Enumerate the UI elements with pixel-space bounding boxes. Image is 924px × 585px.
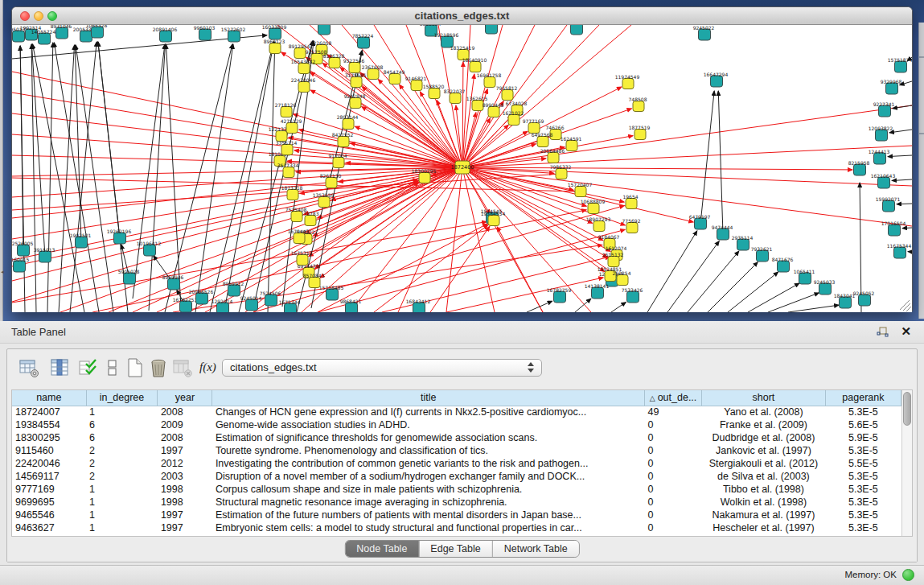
graph-node[interactable]: 1877519 — [629, 125, 651, 140]
column-header-short[interactable]: short — [702, 390, 826, 406]
graph-node[interactable]: 15992071 — [876, 196, 901, 212]
svg-text:1612074: 1612074 — [606, 245, 627, 251]
new-file-icon[interactable] — [125, 357, 146, 378]
graph-node[interactable]: 11675344 — [887, 243, 912, 258]
network-window-titlebar[interactable]: citations_edges.txt — [12, 7, 912, 25]
table-row[interactable]: 946554611997Estimation of the future num… — [12, 509, 901, 521]
graph-node[interactable]: 11974549 — [615, 74, 640, 89]
rows-icon[interactable] — [102, 357, 123, 378]
graph-node[interactable]: 10688809 — [581, 199, 606, 214]
column-header-title[interactable]: title — [212, 390, 645, 406]
graph-node[interactable]: 8427552 — [332, 132, 354, 147]
table-scrollbar[interactable] — [901, 390, 912, 536]
network-canvas[interactable]: 3950132190251414055724893104620053346106… — [12, 25, 912, 312]
graph-node[interactable]: 7932621 — [751, 246, 773, 262]
function-builder-icon[interactable]: f(x) — [199, 360, 220, 381]
table-row[interactable]: 977716911998Corpus callosum shape and si… — [12, 483, 901, 496]
graph-node[interactable]: 8454749 — [384, 69, 405, 84]
column-header-name[interactable]: name — [12, 390, 86, 406]
graph-node[interactable]: 22420046 — [291, 77, 316, 93]
graph-node[interactable]: 16210643 — [871, 173, 896, 188]
tab-node-table[interactable]: Node Table — [345, 541, 418, 557]
svg-text:9160015: 9160015 — [12, 257, 30, 262]
graph-node[interactable]: 20564486 — [540, 148, 565, 163]
graph-node[interactable]: 9474444 — [712, 225, 733, 240]
graph-node[interactable]: 7955812 — [496, 85, 518, 101]
graph-node[interactable]: 15272602 — [221, 27, 246, 42]
graph-node[interactable]: 16782759 — [547, 287, 572, 303]
tab-edge-table[interactable]: Edge Table — [418, 541, 491, 557]
graph-node[interactable]: 8959946 — [162, 274, 184, 290]
table-row[interactable]: 1938455462009Genome-wide association stu… — [12, 418, 901, 431]
graph-node[interactable]: 8322037 — [444, 89, 466, 104]
table-row[interactable]: 911546021997Tourette syndrome. Phenomeno… — [12, 444, 901, 457]
table-settings-icon[interactable] — [18, 357, 39, 378]
graph-node[interactable]: 26874278 — [564, 25, 589, 35]
graph-node[interactable]: 9960103 — [194, 25, 216, 40]
cell-year: 2012 — [158, 457, 212, 470]
graph-node[interactable]: 578783 — [301, 211, 319, 226]
graph-node[interactable]: 2718126 — [275, 102, 297, 117]
select-rows-check-icon[interactable] — [78, 357, 99, 378]
graph-node[interactable]: 9242848 — [344, 93, 366, 109]
column-header-pagerank[interactable]: pagerank — [825, 390, 901, 406]
graph-node[interactable]: 9329968 — [881, 79, 902, 94]
graph-node[interactable]: 19384554 — [481, 211, 506, 226]
citation-graph[interactable]: 3950132190251414055724893104620053346106… — [12, 25, 912, 312]
table-row[interactable]: 1830029562008Estimation of significance … — [12, 431, 901, 444]
graph-node[interactable]: 3175685 — [345, 72, 367, 88]
table-column-icon[interactable] — [49, 357, 70, 378]
table-select-dropdown[interactable]: citations_edges.txt — [222, 359, 542, 377]
graph-node[interactable]: 16033809 — [262, 25, 287, 39]
graph-node[interactable]: 1244413 — [869, 149, 890, 164]
graph-node[interactable]: 748508 — [629, 97, 647, 112]
graph-node[interactable]: 9245022 — [693, 25, 715, 40]
float-panel-icon[interactable] — [877, 327, 889, 338]
graph-node[interactable]: 8960123 — [264, 39, 285, 54]
table-row[interactable]: 2242004622012Investigating the contribut… — [12, 457, 901, 470]
graph-node[interactable]: 917004 — [329, 153, 347, 168]
graph-node[interactable]: 9777169 — [523, 118, 544, 134]
trash-icon[interactable] — [148, 357, 169, 378]
graph-node[interactable]: 8959912 — [223, 281, 244, 296]
column-header-out_degree[interactable]: △out_de... — [644, 390, 701, 406]
tab-network-table[interactable]: Network Table — [492, 541, 579, 557]
table-scrollbar-thumb[interactable] — [903, 392, 911, 426]
graph-node[interactable]: 1065411 — [794, 269, 815, 284]
graph-node[interactable]: 1588520 — [423, 84, 445, 99]
graph-node[interactable]: 1873318 — [281, 185, 303, 200]
graph-node[interactable]: 20891406 — [153, 27, 178, 42]
graph-node[interactable]: 18640910 — [462, 57, 487, 72]
table-row[interactable]: 946362711997Embryonic stem cells: a mode… — [12, 521, 901, 534]
svg-text:3915013: 3915013 — [34, 247, 55, 253]
graph-node[interactable]: 18907293 — [586, 216, 611, 232]
close-panel-icon[interactable]: ✕ — [901, 324, 911, 339]
graph-node[interactable]: 9245052 — [853, 290, 875, 306]
graph-node[interactable]: 2935114 — [732, 235, 754, 250]
graph-node[interactable]: 7533426 — [622, 287, 643, 303]
graph-node[interactable]: 15751874 — [888, 57, 912, 72]
graph-node[interactable]: 17016504 — [881, 220, 906, 236]
table-row[interactable]: 969969511998Structural magnetic resonanc… — [12, 496, 901, 509]
panel-collapse-arrow-icon[interactable]: ◄ — [0, 268, 4, 276]
graph-node[interactable]: 1843041 — [834, 293, 856, 308]
graph-node[interactable]: 1813104 — [480, 25, 502, 34]
graph-node[interactable]: 12093822 — [869, 126, 893, 141]
graph-node[interactable]: 8471676 — [772, 257, 794, 272]
graph-node[interactable]: 9245033 — [814, 279, 836, 295]
graph-node[interactable]: 16647294 — [704, 72, 729, 87]
graph-node[interactable]: 9160015 — [12, 257, 30, 272]
graph-node[interactable]: 9227341 — [873, 101, 895, 117]
column-header-in_degree[interactable]: in_degree — [86, 390, 158, 406]
memory-ok-icon[interactable] — [902, 569, 914, 581]
graph-node[interactable]: 1353559 — [313, 192, 335, 208]
column-header-year[interactable]: year — [158, 390, 212, 406]
graph-node[interactable]: 8215958 — [848, 160, 870, 175]
graph-node[interactable]: 19654 — [622, 194, 638, 209]
svg-text:775692: 775692 — [622, 218, 641, 224]
graph-node[interactable]: 14138141 — [585, 283, 610, 299]
graph-node[interactable]: 2526005 — [12, 241, 34, 256]
table-row[interactable]: 1456911722003Disruption of a novel membe… — [12, 470, 901, 483]
graph-node[interactable]: 3577334 — [277, 163, 299, 178]
table-row[interactable]: 1872400712008Changes of HCN gene express… — [12, 406, 901, 418]
